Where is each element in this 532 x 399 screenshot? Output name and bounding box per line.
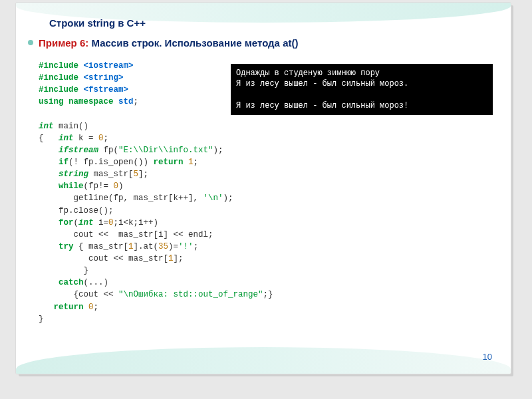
code-tok	[39, 218, 59, 227]
example-description: Массив строк. Использование метода at()	[88, 37, 298, 49]
code-tok: );	[223, 194, 233, 203]
code-tok: 0	[114, 182, 119, 191]
code-tok: <fstream>	[78, 85, 128, 94]
code-block: #include <iostream> #include <string> #i…	[39, 60, 273, 325]
code-tok: #include	[39, 61, 78, 70]
code-tok: {	[39, 134, 59, 143]
code-tok: ifstream	[59, 146, 98, 155]
code-tok: 0	[108, 218, 114, 227]
code-tok: k =	[74, 134, 99, 143]
example-number: Пример 6:	[39, 37, 88, 49]
code-tok: ];	[138, 170, 148, 179]
code-tok: (...)	[84, 278, 109, 287]
code-tok	[84, 303, 89, 312]
code-tok: ;	[94, 303, 99, 312]
code-tok: "\nОшибка: std::out_of_range"	[118, 290, 263, 299]
code-tok: return	[154, 158, 184, 167]
code-tok: 1	[168, 254, 174, 263]
code-tok: 0	[88, 303, 94, 312]
code-tok: '\n'	[203, 194, 223, 203]
code-tok: ].at(	[134, 242, 159, 251]
code-tok: ;	[194, 158, 199, 167]
code-tok: (	[74, 218, 79, 227]
code-tok	[184, 158, 189, 167]
code-tok: if	[59, 158, 68, 167]
code-tok	[39, 182, 59, 191]
code-tok: { mas_str[	[74, 242, 129, 251]
code-tok: ;	[194, 242, 199, 251]
code-tok: std	[114, 97, 134, 106]
code-tok: }	[39, 266, 88, 275]
code-tok: try	[59, 242, 74, 251]
code-tok: '!'	[178, 242, 194, 251]
code-tok: 1	[128, 242, 134, 251]
bullet-icon	[28, 40, 33, 45]
code-tok: string	[59, 170, 88, 179]
code-tok: (! fp.is_open())	[68, 158, 154, 167]
code-tok: "E:\\Dir\\info.txt"	[118, 146, 213, 155]
code-tok: return	[54, 303, 84, 312]
code-tok: main()	[54, 122, 89, 131]
code-tok: <string>	[78, 73, 124, 82]
code-tok	[39, 170, 59, 179]
code-tok: while	[59, 182, 84, 191]
code-tok	[39, 146, 59, 155]
code-tok: cout << mas_str[	[39, 254, 168, 263]
code-tok: ;}	[263, 290, 273, 299]
slide: Строки string в С++ Пример 6: Массив стр…	[16, 3, 511, 374]
code-tok: #include	[39, 85, 78, 94]
code-tok: (fp!=	[84, 182, 114, 191]
code-tok: 35	[158, 242, 168, 251]
code-tok: fp(	[98, 146, 118, 155]
code-tok: catch	[59, 278, 84, 287]
code-tok: ;	[104, 134, 109, 143]
code-tok: cout << mas_str[i] << endl;	[39, 230, 213, 239]
code-tok: for	[59, 218, 74, 227]
code-tok: ;i<k;i++)	[114, 218, 159, 227]
decorative-wave-bottom	[16, 347, 511, 374]
code-tok	[39, 158, 59, 167]
code-tok: using namespace	[39, 97, 114, 106]
code-tok: )	[118, 182, 124, 191]
code-tok: int	[39, 122, 54, 131]
code-tok: {cout <<	[39, 290, 118, 299]
code-tok: )=	[168, 242, 178, 251]
code-tok: getline(fp, mas_str[k++],	[39, 194, 203, 203]
code-tok: 5	[134, 170, 139, 179]
code-tok: mas_str[	[88, 170, 134, 179]
code-tok	[39, 278, 59, 287]
code-tok: ];	[174, 254, 184, 263]
code-tok: <iostream>	[78, 61, 134, 70]
page-number: 10	[483, 352, 492, 362]
code-tok: 1	[188, 158, 194, 167]
code-tok: );	[213, 146, 223, 155]
code-tok: fp.close();	[39, 206, 114, 215]
code-tok	[39, 303, 54, 312]
code-tok: ;	[134, 97, 139, 106]
code-tok	[39, 242, 59, 251]
code-tok: }	[39, 315, 44, 324]
slide-title: Строки string в С++	[49, 17, 146, 29]
slide-subtitle: Пример 6: Массив строк. Использование ме…	[39, 37, 298, 49]
code-tok: i=	[94, 218, 109, 227]
code-tok: #include	[39, 73, 78, 82]
code-tok: 0	[98, 134, 104, 143]
code-tok: int	[59, 134, 74, 143]
code-tok: int	[78, 218, 94, 227]
